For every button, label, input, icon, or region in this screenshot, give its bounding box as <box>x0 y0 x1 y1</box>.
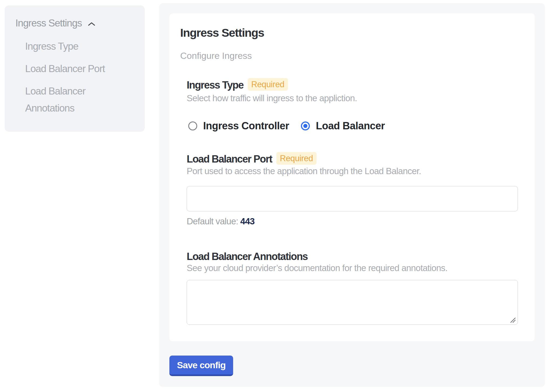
item-label-ingress-type: Ingress Type <box>187 79 243 91</box>
radio-unselected-icon[interactable] <box>188 121 197 130</box>
load-balancer-annotations-textarea[interactable] <box>187 280 518 325</box>
resize-grip-icon[interactable] <box>510 317 516 323</box>
section-load-balancer-annotations: Load Balancer Annotations See your cloud… <box>187 250 518 325</box>
sidebar-item-ingress-type[interactable]: Ingress Type <box>25 38 135 55</box>
item-label-load-balancer-port: Load Balancer Port <box>187 153 272 165</box>
default-value-row: Default value:443 <box>187 216 518 227</box>
item-help-load-balancer-annotations: See your cloud provider’s documentation … <box>187 263 518 273</box>
item-help-load-balancer-port: Port used to access the application thro… <box>187 166 518 177</box>
config-group-card: Ingress Settings Configure Ingress Ingre… <box>169 13 535 341</box>
sidebar-item-load-balancer-annotations[interactable]: Load Balancer Annotations <box>25 83 135 117</box>
radio-label-ingress-controller: Ingress Controller <box>203 120 289 132</box>
sidebar-item-load-balancer-port[interactable]: Load Balancer Port <box>25 60 135 77</box>
radio-option-ingress-controller[interactable]: Ingress Controller <box>188 120 289 132</box>
chevron-up-icon <box>88 22 95 26</box>
load-balancer-port-input[interactable] <box>187 186 518 211</box>
default-value: 443 <box>240 216 255 226</box>
radio-option-load-balancer[interactable]: Load Balancer <box>301 120 385 132</box>
radio-label-load-balancer: Load Balancer <box>316 120 385 132</box>
item-help-ingress-type: Select how traffic will ingress to the a… <box>187 93 518 104</box>
section-ingress-type: Ingress Type Required Select how traffic… <box>187 79 518 132</box>
config-nav-sidebar: Ingress Settings Ingress Type Load Balan… <box>5 5 145 132</box>
item-label-load-balancer-annotations: Load Balancer Annotations <box>187 250 308 263</box>
ingress-type-options: Ingress Controller Load Balancer <box>187 120 518 132</box>
section-load-balancer-port: Load Balancer Port Required Port used to… <box>187 153 518 227</box>
config-panel: Ingress Settings Configure Ingress Ingre… <box>159 3 545 387</box>
save-config-button[interactable]: Save config <box>169 356 233 376</box>
sidebar-group-label: Ingress Settings <box>15 17 82 29</box>
group-description: Configure Ingress <box>180 50 518 61</box>
radio-selected-icon[interactable] <box>301 121 310 130</box>
required-badge: Required <box>248 78 288 91</box>
default-value-label: Default value: <box>187 216 238 226</box>
page-title: Ingress Settings <box>180 26 518 39</box>
required-badge: Required <box>276 152 317 165</box>
sidebar-group-ingress-settings[interactable]: Ingress Settings <box>15 17 145 29</box>
